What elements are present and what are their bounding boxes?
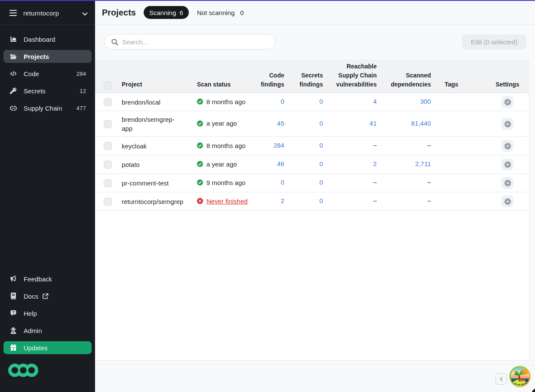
- svg-text:?: ?: [12, 310, 14, 315]
